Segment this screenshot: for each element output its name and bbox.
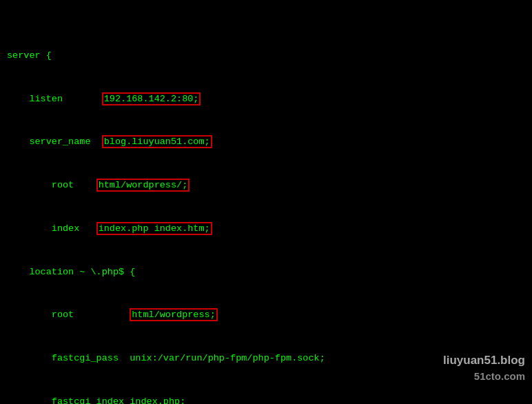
code-editor: server { listen 192.168.142.2:80; server… (0, 0, 532, 404)
highlight-index-1: index.php index.htm; (96, 222, 212, 235)
line-4: root html/wordpress/; (7, 179, 525, 193)
highlight-servername-1: blog.liuyuan51.com; (102, 135, 212, 148)
highlight-listen-1: 192.168.142.2:80; (102, 92, 201, 105)
watermark-line1: liuyuan51.blog (443, 352, 525, 369)
line-5: index index.php index.htm; (7, 222, 525, 236)
highlight-root-1: html/wordpress/; (96, 179, 190, 192)
line-3: server_name blog.liuyuan51.com; (7, 135, 525, 150)
watermark: liuyuan51.blog 51cto.com (443, 352, 525, 383)
watermark-line2: 51cto.com (443, 369, 525, 383)
line-6: location ~ \.php$ { (7, 265, 525, 280)
line-9: fastcgi_index index.php; (7, 395, 525, 404)
highlight-root-loc-1: html/wordpress; (130, 308, 218, 321)
line-1: server { (7, 49, 525, 63)
line-2: listen 192.168.142.2:80; (7, 92, 525, 107)
line-7: root html/wordpress; (7, 308, 525, 323)
